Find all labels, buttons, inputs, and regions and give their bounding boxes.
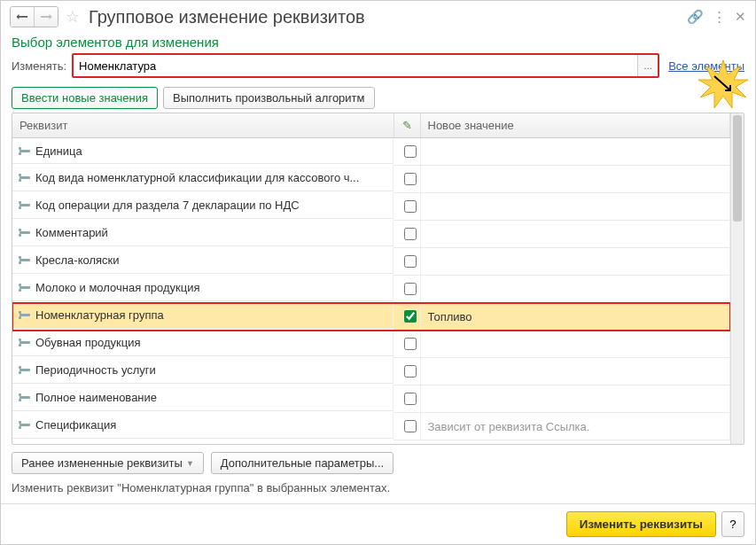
tree-item-icon [19,341,30,344]
requisite-label: Код операции для раздела 7 декларации по… [35,199,300,212]
new-value-cell[interactable] [420,138,730,166]
tree-item-icon [19,369,30,371]
row-checkbox[interactable] [404,283,417,295]
new-value-cell[interactable] [420,221,730,248]
row-checkbox[interactable] [404,228,417,240]
requisite-label: Молоко и молочная продукция [35,281,200,294]
requisite-label: Код вида номенклатурной классификации дл… [35,171,359,184]
requisite-label: Кресла-коляски [35,253,120,267]
status-text: Изменить реквизит "Номенклатурная группа… [12,481,744,494]
check-cell [394,358,420,385]
check-cell [394,276,420,303]
requisite-label: Единица [35,144,82,158]
requisite-cell[interactable]: Код вида номенклатурной классификации дл… [12,166,394,191]
nav-buttons: 🠔 🠖 [10,6,58,27]
requisite-label: Обувная продукция [35,336,140,349]
table-row[interactable]: Единица [12,138,730,166]
favorite-star-icon[interactable]: ☆ [64,7,82,27]
new-value-cell[interactable] [420,166,730,193]
requisite-label: Периодичность услуги [35,363,156,377]
new-value-cell[interactable] [420,358,730,385]
new-value-cell[interactable] [420,193,730,221]
new-value-cell[interactable] [420,248,730,276]
nav-forward-button[interactable]: 🠖 [34,7,58,27]
column-new-value[interactable]: Новое значение [420,113,730,138]
new-value-cell[interactable]: Топливо [420,303,730,331]
check-cell [394,193,420,221]
apply-button[interactable]: Изменить реквизиты [566,511,716,537]
new-value-cell[interactable] [420,385,730,413]
tree-item-icon [19,231,30,234]
requisite-cell[interactable]: Молоко и молочная продукция [12,276,394,301]
requisite-cell[interactable]: Комментарий [12,221,394,246]
tree-item-icon [19,176,30,179]
table-row[interactable]: Обувная продукция [12,331,730,358]
row-checkbox[interactable] [404,393,417,405]
check-cell [394,331,420,358]
requisite-cell[interactable]: Номенклатурная группа [12,303,394,329]
requisite-cell[interactable]: Полное наименование [12,385,394,411]
row-checkbox[interactable] [404,338,417,350]
column-check[interactable]: ✎ [394,113,420,138]
row-checkbox[interactable] [404,255,417,268]
requisite-label: Спецификация [35,418,116,432]
check-cell [394,166,420,193]
table-row[interactable]: Кресла-коляски [12,248,730,276]
new-value-cell[interactable] [420,276,730,303]
change-input-wrap: ... [72,53,659,78]
requisite-cell[interactable]: Единица [12,138,394,164]
extra-params-button[interactable]: Дополнительные параметры... [211,452,394,474]
previous-changed-label: Ранее измененные реквизиты [21,456,183,470]
check-cell [394,413,420,440]
change-picker-button[interactable]: ... [637,55,658,76]
row-checkbox[interactable] [404,310,417,323]
new-value-cell[interactable]: Зависит от реквизита Ссылка. [420,413,730,440]
table-row[interactable]: Комментарий [12,221,730,248]
tree-item-icon [19,259,30,261]
previous-changed-button[interactable]: Ранее измененные реквизиты ▼ [12,452,204,474]
table-row[interactable]: Периодичность услуги [12,358,730,385]
new-value-cell[interactable] [420,331,730,358]
check-cell [394,248,420,276]
requisite-cell[interactable]: Обувная продукция [12,331,394,356]
row-checkbox[interactable] [404,173,417,185]
requisite-label: Полное наименование [35,391,157,404]
change-input[interactable] [74,55,637,76]
requisite-cell[interactable]: Спецификация [12,413,394,439]
close-icon[interactable]: ✕ [735,9,746,25]
window-title: Групповое изменение реквизитов [87,7,682,27]
pencil-icon: ✎ [402,119,412,132]
tab-enter-values[interactable]: Ввести новые значения [12,87,158,109]
check-cell [394,385,420,413]
row-checkbox[interactable] [404,145,417,158]
requisite-cell[interactable]: Код операции для раздела 7 декларации по… [12,193,394,219]
tree-item-icon [19,424,30,426]
tab-algorithm[interactable]: Выполнить произвольный алгоритм [163,87,374,109]
nav-back-button[interactable]: 🠔 [11,7,34,27]
row-checkbox[interactable] [404,365,417,378]
table-row[interactable]: Полное наименование [12,385,730,413]
more-icon[interactable]: ⋮ [713,9,726,25]
table-row[interactable]: СпецификацияЗависит от реквизита Ссылка. [12,413,730,440]
row-checkbox[interactable] [404,420,417,432]
all-elements-link[interactable]: Все элементы [665,59,744,73]
check-cell [394,138,420,166]
help-button[interactable]: ? [721,511,744,537]
requisite-label: Комментарий [35,226,108,239]
table-row[interactable]: Код операции для раздела 7 декларации по… [12,193,730,221]
requisite-cell[interactable]: Периодичность услуги [12,358,394,384]
requisite-cell[interactable]: Кресла-коляски [12,248,394,274]
table-row[interactable]: Молоко и молочная продукция [12,276,730,303]
column-requisite[interactable]: Реквизит [12,113,394,138]
tree-item-icon [19,286,30,289]
tree-item-icon [19,314,30,316]
table-row[interactable]: Код вида номенклатурной классификации дл… [12,166,730,193]
check-cell [394,303,420,331]
row-checkbox[interactable] [404,200,417,213]
table-row[interactable]: Номенклатурная группаТопливо [12,303,730,331]
vertical-scrollbar[interactable] [730,113,744,444]
scrollbar-thumb[interactable] [733,115,742,222]
check-cell [394,221,420,248]
link-icon[interactable]: 🔗 [687,9,704,25]
requisite-label: Номенклатурная группа [35,308,164,322]
